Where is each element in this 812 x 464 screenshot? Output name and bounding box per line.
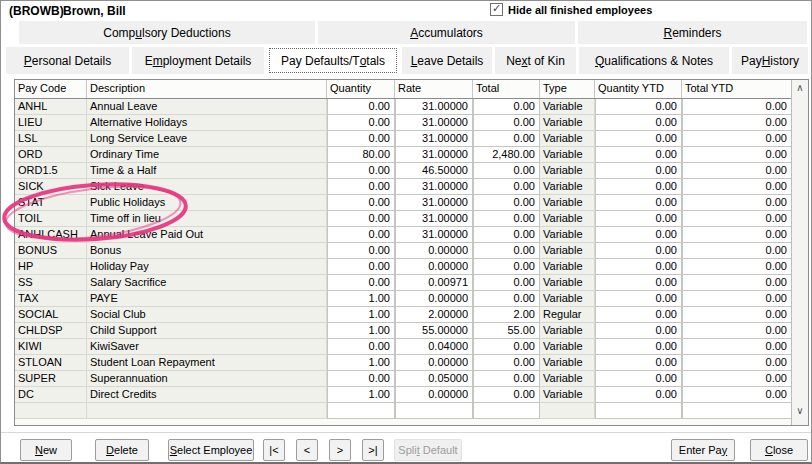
table-row[interactable]: LIEU Alternative Holidays 0.00 31.00000 … (15, 115, 808, 131)
table-row[interactable]: BONUS Bonus 0.00 0.00000 0.00 Variable 0… (15, 243, 808, 259)
close-button[interactable]: Close (750, 439, 808, 461)
rate-cell[interactable]: 31.00000 (395, 147, 473, 163)
select-employee-button[interactable]: Select Employee (168, 439, 254, 461)
quantity-cell[interactable]: 1.00 (327, 355, 395, 371)
rate-cell[interactable]: 31.00000 (395, 179, 473, 195)
table-row[interactable]: SUPER Superannuation 0.00 0.05000 0.00 V… (15, 371, 808, 387)
quantity-cell[interactable]: 1.00 (327, 307, 395, 323)
quantity-cell[interactable]: 0.00 (327, 275, 395, 291)
checkbox-icon[interactable]: ✓ (490, 3, 503, 16)
type-cell (540, 403, 595, 419)
rate-cell[interactable]: 0.05000 (395, 371, 473, 387)
quantity-cell[interactable]: 0.00 (327, 339, 395, 355)
hide-finished-checkbox[interactable]: ✓ Hide all finished employees (490, 3, 652, 16)
type-cell: Variable (540, 387, 595, 403)
rate-cell[interactable]: 46.50000 (395, 163, 473, 179)
table-row[interactable]: ANHLCASH Annual Leave Paid Out 0.00 31.0… (15, 227, 808, 243)
total-cell: 0.00 (473, 179, 540, 195)
quantity-cell[interactable]: 1.00 (327, 387, 395, 403)
type-cell: Variable (540, 339, 595, 355)
tab-reminders[interactable]: Reminders (578, 21, 807, 44)
quantity-ytd-cell: 0.00 (595, 195, 682, 211)
rate-cell[interactable]: 0.00000 (395, 259, 473, 275)
table-row[interactable]: SOCIAL Social Club 1.00 2.00000 2.00 Reg… (15, 307, 808, 323)
rate-cell[interactable]: 31.00000 (395, 211, 473, 227)
table-row[interactable]: CHLDSP Child Support 1.00 55.00000 55.00… (15, 323, 808, 339)
table-row[interactable]: DC Direct Credits 1.00 0.00000 0.00 Vari… (15, 387, 808, 403)
table-row[interactable]: ORD Ordinary Time 80.00 31.00000 2,480.0… (15, 147, 808, 163)
rate-cell[interactable]: 31.00000 (395, 131, 473, 147)
rate-cell[interactable]: 0.00000 (395, 387, 473, 403)
column-header-type: Type (540, 80, 595, 98)
vertical-scrollbar[interactable]: ∧ ∨ (791, 80, 808, 425)
new-button[interactable]: New (20, 439, 72, 461)
type-cell: Regular (540, 307, 595, 323)
table-row[interactable]: HP Holiday Pay 0.00 0.00000 0.00 Variabl… (15, 259, 808, 275)
scroll-up-icon[interactable]: ∧ (792, 80, 808, 97)
quantity-cell[interactable]: 0.00 (327, 131, 395, 147)
quantity-cell[interactable]: 0.00 (327, 99, 395, 115)
quantity-cell[interactable]: 1.00 (327, 291, 395, 307)
scroll-down-icon[interactable]: ∨ (792, 403, 808, 420)
quantity-cell[interactable]: 0.00 (327, 259, 395, 275)
total-ytd-cell: 0.00 (682, 227, 792, 243)
quantity-cell[interactable]: 0.00 (327, 115, 395, 131)
quantity-cell[interactable]: 0.00 (327, 371, 395, 387)
tab-pay-defaults-totals[interactable]: Pay Defaults/Totals (267, 46, 399, 75)
rate-cell[interactable]: 31.00000 (395, 227, 473, 243)
pay-code-cell: SOCIAL (15, 307, 87, 323)
tab-next-of-kin[interactable]: Next of Kin (495, 47, 576, 74)
table-row[interactable]: KIWI KiwiSaver 0.00 0.04000 0.00 Variabl… (15, 339, 808, 355)
rate-cell[interactable]: 31.00000 (395, 99, 473, 115)
last-record-button[interactable]: >| (362, 439, 384, 461)
quantity-cell[interactable]: 0.00 (327, 163, 395, 179)
rate-cell[interactable]: 31.00000 (395, 195, 473, 211)
table-row[interactable]: TAX PAYE 1.00 0.00000 0.00 Variable 0.00… (15, 291, 808, 307)
quantity-cell[interactable]: 0.00 (327, 179, 395, 195)
tab-accumulators[interactable]: Accumulators (318, 21, 575, 44)
table-row[interactable]: ANHL Annual Leave 0.00 31.00000 0.00 Var… (15, 99, 808, 115)
table-row[interactable]: TOIL Time off in lieu 0.00 31.00000 0.00… (15, 211, 808, 227)
table-row[interactable]: ORD1.5 Time & a Half 0.00 46.50000 0.00 … (15, 163, 808, 179)
enter-pay-button[interactable]: Enter Pay (671, 439, 735, 461)
tab-personal-details[interactable]: Personal Details (6, 47, 129, 74)
quantity-cell[interactable] (327, 403, 395, 419)
previous-record-button[interactable]: < (296, 439, 318, 461)
quantity-cell[interactable]: 1.00 (327, 323, 395, 339)
type-cell: Variable (540, 291, 595, 307)
table-row[interactable] (15, 403, 808, 419)
rate-cell[interactable]: 0.04000 (395, 339, 473, 355)
tab-leave-details[interactable]: Leave Details (402, 47, 492, 74)
quantity-cell[interactable]: 0.00 (327, 195, 395, 211)
rate-cell[interactable]: 2.00000 (395, 307, 473, 323)
tab-employment-details[interactable]: Employment Details (132, 47, 264, 74)
total-cell: 0.00 (473, 131, 540, 147)
rate-cell[interactable]: 0.00971 (395, 275, 473, 291)
table-row[interactable]: STAT Public Holidays 0.00 31.00000 0.00 … (15, 195, 808, 211)
rate-cell[interactable]: 0.00000 (395, 355, 473, 371)
rate-cell[interactable]: 31.00000 (395, 115, 473, 131)
table-row[interactable]: LSL Long Service Leave 0.00 31.00000 0.0… (15, 131, 808, 147)
table-row[interactable]: STLOAN Student Loan Repayment 1.00 0.000… (15, 355, 808, 371)
column-header-total: Total (473, 80, 540, 98)
quantity-cell[interactable]: 80.00 (327, 147, 395, 163)
rate-cell[interactable]: 55.00000 (395, 323, 473, 339)
tab-pay-history[interactable]: Pay History (732, 47, 808, 74)
description-cell: Annual Leave (87, 99, 327, 115)
description-cell: Social Club (87, 307, 327, 323)
rate-cell[interactable]: 0.00000 (395, 243, 473, 259)
first-record-button[interactable]: |< (263, 439, 285, 461)
tab-compulsory-deductions[interactable]: Compulsory Deductions (19, 21, 315, 44)
quantity-ytd-cell: 0.00 (595, 323, 682, 339)
quantity-cell[interactable]: 0.00 (327, 227, 395, 243)
table-row[interactable]: SICK Sick Leave 0.00 31.00000 0.00 Varia… (15, 179, 808, 195)
rate-cell[interactable] (395, 403, 473, 419)
quantity-cell[interactable]: 0.00 (327, 211, 395, 227)
quantity-ytd-cell: 0.00 (595, 115, 682, 131)
next-record-button[interactable]: > (329, 439, 351, 461)
table-row[interactable]: SS Salary Sacrifice 0.00 0.00971 0.00 Va… (15, 275, 808, 291)
rate-cell[interactable]: 0.00000 (395, 291, 473, 307)
quantity-cell[interactable]: 0.00 (327, 243, 395, 259)
delete-button[interactable]: Delete (95, 439, 149, 461)
tab-qualifications-notes[interactable]: Qualifications & Notes (579, 47, 729, 74)
